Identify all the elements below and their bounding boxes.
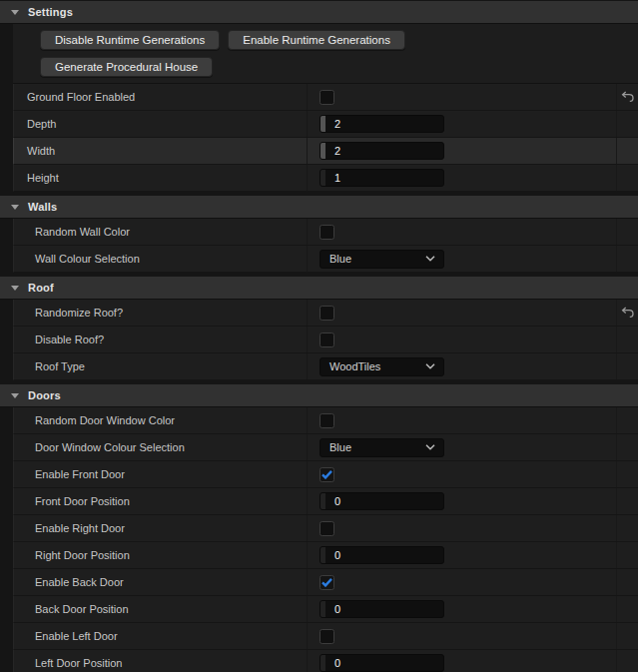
generate-procedural-house-button[interactable]: Generate Procedural House: [40, 57, 213, 77]
value-cell: [308, 84, 616, 110]
property-row-depth: Depth2: [13, 111, 638, 138]
section-settings: SettingsDisable Runtime GenerationsEnabl…: [0, 1, 638, 192]
randomize-roof-label: Randomize Roof?: [35, 307, 123, 319]
section-header-roof[interactable]: Roof: [0, 277, 638, 300]
width-label: Width: [27, 145, 55, 157]
property-row-front-door-position: Front Door Position0: [13, 488, 638, 515]
reset-cell: [616, 219, 638, 245]
reset-cell: [616, 327, 638, 352]
property-row-random-door-window-color: Random Door Window Color: [13, 407, 638, 434]
enable-front-door-checkbox[interactable]: [319, 467, 334, 482]
property-row-door-window-colour-selection: Door Window Colour SelectionBlue: [13, 434, 638, 461]
back-door-position-label: Back Door Position: [35, 603, 129, 615]
value-cell: 0: [308, 650, 616, 672]
height-value: 1: [325, 172, 340, 184]
chevron-down-icon: [425, 444, 435, 450]
right-door-position-label: Right Door Position: [35, 549, 130, 561]
enable-runtime-generations-button[interactable]: Enable Runtime Generations: [228, 30, 405, 50]
front-door-position-value: 0: [325, 495, 340, 507]
section-header-doors[interactable]: Doors: [0, 384, 638, 407]
label-cell: Back Door Position: [14, 596, 308, 622]
reset-cell: [616, 569, 638, 595]
reset-cell: [616, 596, 638, 622]
random-wall-color-checkbox[interactable]: [319, 225, 334, 240]
value-cell: [308, 461, 616, 487]
reset-arrow-icon: [621, 91, 634, 103]
disable-roof-checkbox[interactable]: [319, 333, 334, 347]
property-row-roof-type: Roof TypeWoodTiles: [13, 353, 638, 380]
right-door-position-input[interactable]: 0: [319, 546, 444, 564]
value-cell: [308, 407, 616, 433]
reset-cell: [616, 407, 638, 433]
value-cell: 2: [308, 111, 616, 137]
left-door-position-label: Left Door Position: [35, 657, 122, 669]
enable-right-door-label: Enable Right Door: [35, 522, 125, 534]
value-cell: [308, 623, 616, 649]
reset-cell: [616, 111, 638, 137]
reset-cell: [616, 300, 638, 326]
value-cell: [308, 327, 616, 352]
value-cell: [308, 569, 616, 595]
wall-colour-selection-label: Wall Colour Selection: [35, 253, 140, 265]
width-input[interactable]: 2: [319, 142, 444, 160]
reset-cell: [616, 650, 638, 672]
height-input[interactable]: 1: [319, 169, 444, 187]
label-cell: Enable Back Door: [14, 569, 308, 595]
reset-cell: [616, 138, 638, 164]
wall-colour-selection-dropdown[interactable]: Blue: [319, 250, 444, 269]
check-icon: [321, 578, 332, 587]
reset-cell: [616, 434, 638, 460]
label-cell: Random Door Window Color: [14, 407, 308, 433]
front-door-position-label: Front Door Position: [35, 495, 130, 507]
reset-to-default-button[interactable]: [621, 91, 634, 103]
label-cell: Width: [14, 138, 308, 164]
front-door-position-input[interactable]: 0: [319, 492, 444, 510]
collapse-arrow-icon[interactable]: [11, 286, 19, 291]
label-cell: Wall Colour Selection: [14, 246, 308, 272]
label-cell: Enable Front Door: [14, 461, 308, 487]
reset-cell: [616, 353, 638, 379]
section-title: Roof: [28, 282, 54, 294]
section-header-walls[interactable]: Walls: [0, 196, 638, 219]
roof-type-label: Roof Type: [35, 360, 85, 372]
property-row-enable-front-door: Enable Front Door: [13, 461, 638, 488]
disable-runtime-generations-button[interactable]: Disable Runtime Generations: [40, 30, 220, 50]
label-cell: Randomize Roof?: [14, 300, 308, 326]
label-cell: Random Wall Color: [14, 219, 308, 245]
random-wall-color-label: Random Wall Color: [35, 226, 130, 238]
disable-roof-label: Disable Roof?: [35, 334, 104, 345]
section-roof: RoofRandomize Roof?Disable Roof?Roof Typ…: [0, 277, 638, 380]
section-title: Settings: [28, 6, 73, 18]
property-row-back-door-position: Back Door Position0: [13, 596, 638, 623]
door-window-colour-selection-dropdown[interactable]: Blue: [319, 438, 444, 457]
door-window-colour-selection-selected-value: Blue: [329, 441, 351, 453]
enable-front-door-label: Enable Front Door: [35, 468, 125, 480]
section-header-settings[interactable]: Settings: [0, 1, 638, 24]
value-cell: Blue: [308, 434, 616, 460]
collapse-arrow-icon[interactable]: [11, 10, 19, 15]
property-row-enable-back-door: Enable Back Door: [13, 569, 638, 596]
random-door-window-color-checkbox[interactable]: [319, 413, 334, 428]
randomize-roof-checkbox[interactable]: [319, 306, 334, 321]
details-panel: SettingsDisable Runtime GenerationsEnabl…: [0, 1, 638, 672]
enable-right-door-checkbox[interactable]: [319, 521, 334, 536]
back-door-position-input[interactable]: 0: [319, 600, 444, 618]
collapse-arrow-icon[interactable]: [11, 205, 19, 210]
collapse-arrow-icon[interactable]: [11, 393, 19, 398]
label-cell: Disable Roof?: [14, 327, 308, 352]
enable-back-door-checkbox[interactable]: [319, 575, 334, 590]
button-line: Generate Procedural House: [40, 57, 638, 77]
label-cell: Right Door Position: [14, 542, 308, 568]
enable-left-door-checkbox[interactable]: [319, 629, 334, 644]
roof-type-dropdown[interactable]: WoodTiles: [319, 357, 444, 376]
reset-cell: [616, 246, 638, 272]
section-walls: WallsRandom Wall ColorWall Colour Select…: [0, 196, 638, 273]
reset-to-default-button[interactable]: [621, 307, 634, 319]
label-cell: Ground Floor Enabled: [14, 84, 308, 110]
depth-input[interactable]: 2: [319, 115, 444, 133]
left-door-position-input[interactable]: 0: [319, 654, 444, 672]
ground-floor-enabled-checkbox[interactable]: [319, 90, 334, 105]
property-row-right-door-position: Right Door Position0: [13, 542, 638, 569]
property-row-width: Width2: [13, 138, 638, 165]
right-door-position-value: 0: [325, 549, 340, 561]
